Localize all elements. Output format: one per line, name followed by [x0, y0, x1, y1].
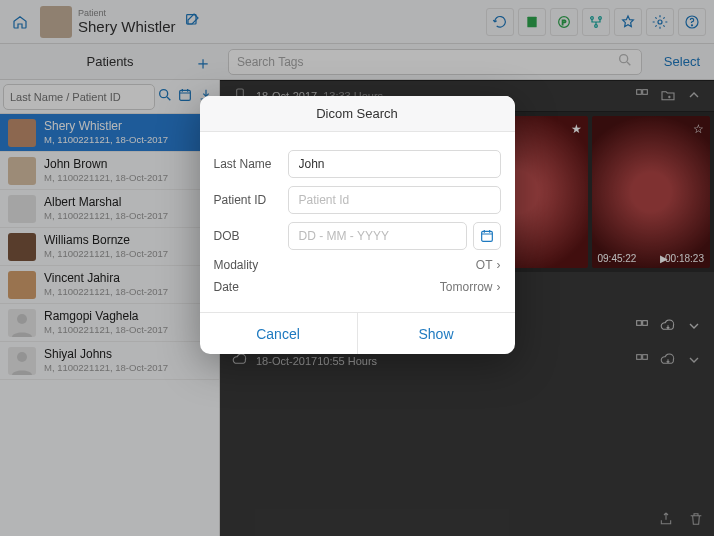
date-value: Tomorrow [440, 280, 493, 294]
date-row[interactable]: Date Tomorrow› [214, 280, 501, 294]
patient-id-input[interactable] [288, 186, 501, 214]
last-name-label: Last Name [214, 157, 288, 171]
modal-title: Dicom Search [200, 96, 515, 132]
date-label: Date [214, 280, 288, 294]
cancel-button[interactable]: Cancel [200, 313, 358, 354]
dob-input[interactable] [288, 222, 467, 250]
dicom-search-modal: Dicom Search Last Name Patient ID DOB Mo… [200, 96, 515, 354]
chevron-right-icon: › [497, 258, 501, 272]
svg-rect-20 [481, 231, 492, 241]
chevron-right-icon: › [497, 280, 501, 294]
last-name-input[interactable] [288, 150, 501, 178]
modality-label: Modality [214, 258, 288, 272]
show-button[interactable]: Show [358, 313, 515, 354]
modality-row[interactable]: Modality OT› [214, 258, 501, 272]
patient-id-label: Patient ID [214, 193, 288, 207]
calendar-picker-icon[interactable] [473, 222, 501, 250]
modality-value: OT [476, 258, 493, 272]
modal-overlay: Dicom Search Last Name Patient ID DOB Mo… [0, 0, 714, 536]
dob-label: DOB [214, 229, 288, 243]
